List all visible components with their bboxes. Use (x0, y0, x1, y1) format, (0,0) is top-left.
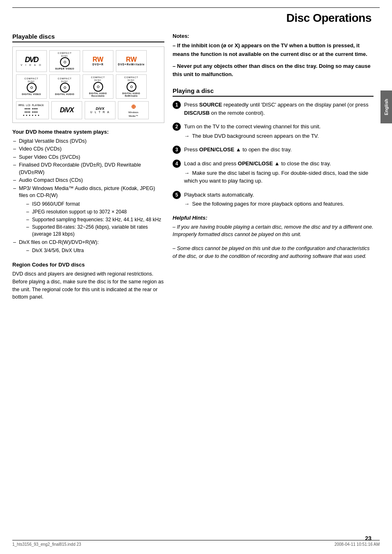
cd-digital-audio-rec-logo: COMPACTDISC DIGITAL AUDIORecordable (83, 74, 113, 98)
disc-logo-row-3: MPEG LCD PLAYBACK ▪▪▪▪ ▪▪▪▪ ▪▪▪▪ ▪▪▪▪ ▪ … (16, 101, 161, 119)
step-4-content: Load a disc and press OPEN/CLOSE ▲ to cl… (184, 160, 374, 185)
hints-text-2: – Some discs cannot be played on this un… (173, 245, 374, 260)
playing-section: Playing a disc 1 Press SOURCE repeatedly… (173, 87, 374, 208)
step-5-arrow: → See the following pages for more playb… (184, 200, 374, 208)
right-column: Notes: – If the inhibit icon (ø or X) ap… (173, 33, 374, 533)
divx-ultra-logo: DiVX U L T R A (85, 101, 115, 119)
playing-section-header: Playing a disc (173, 87, 374, 97)
page-title: Disc Operations (286, 12, 371, 25)
left-column: Playable discs DVD V I D E O COMPACTDISC (12, 33, 164, 533)
notes-text-1: – If the inhibit icon (ø or X) appears o… (173, 42, 374, 59)
disc-ring-cdrw (127, 82, 136, 92)
notes-section: Notes: – If the inhibit icon (ø or X) ap… (173, 33, 374, 79)
list-item: Super Video CDs (SVCDs) (12, 153, 164, 162)
plays-list: Digital Versatile Discs (DVDs) Video CDs… (12, 137, 164, 255)
step-5-content: Playback starts automatically. → See the… (184, 191, 374, 208)
notes-title: Notes: (173, 33, 374, 39)
divx-logo: DiVX (51, 101, 82, 119)
hints-section: Helpful Hints: – If you are having troub… (173, 215, 374, 260)
dvd-video-logo: DVD V I D E O (16, 50, 47, 72)
cd-digital-audio-logo: COMPACTDISC DIGITAL AUDIO (49, 74, 80, 98)
step-2-arrow: → The blue DVD background screen appears… (184, 132, 374, 140)
date-info: 2008-04-11 10:51:16 AM (334, 542, 380, 547)
plays-section: Your DVD home theatre system plays: Digi… (12, 129, 164, 255)
disc-logos-container: DVD V I D E O COMPACTDISC SUPER VIDEO (12, 46, 164, 123)
steps-list: 1 Press SOURCE repeatedly until 'DISC' a… (173, 101, 374, 208)
list-item: Supported Bit-rates: 32~256 (kbps), vari… (25, 223, 164, 238)
list-item: ISO 9660/UDF format (25, 200, 164, 208)
list-item: MP3/ Windows Media™ Audio discs, picture… (12, 185, 164, 239)
language-tab: English (380, 90, 392, 123)
disc-ring-cdar (93, 82, 103, 92)
list-item: JPEG resolution support up to 3072 × 204… (25, 208, 164, 216)
rw-dvdplusr-logo: RW DVD+R (83, 50, 113, 72)
step-4: 4 Load a disc and press OPEN/CLOSE ▲ to … (173, 160, 374, 185)
step-number-1: 1 (173, 101, 181, 109)
disc-logo-row-1: DVD V I D E O COMPACTDISC SUPER VIDEO (16, 50, 161, 72)
mpeg-playback-logo: MPEG LCD PLAYBACK ▪▪▪▪ ▪▪▪▪ ▪▪▪▪ ▪▪▪▪ ▪ … (16, 101, 49, 119)
step-number-2: 2 (173, 123, 181, 131)
hints-text-1: – If you are having trouble playing a ce… (173, 223, 374, 239)
step-number-3: 3 (173, 146, 181, 154)
region-codes-section: Region Codes for DVD discs DVD discs and… (12, 262, 164, 301)
step-2: 2 Turn on the TV to the correct viewing … (173, 123, 374, 140)
list-item: DivX files on CD-R(W)/DVD+R(W): DivX 3/4… (12, 239, 164, 255)
hints-title: Helpful Hints: (173, 215, 374, 221)
list-item: Supported sampling frequencies: 32 kHz, … (25, 216, 164, 224)
page-container: Disc Operations English Playable discs D… (0, 0, 392, 554)
step-4-arrow: → Make sure the disc label is facing up.… (184, 169, 374, 185)
disc-ring-cda (60, 83, 70, 93)
region-title: Region Codes for DVD discs (12, 262, 164, 268)
step-3-content: Press OPEN/CLOSE ▲ to open the disc tray… (184, 146, 374, 154)
step-1: 1 Press SOURCE repeatedly until 'DISC' a… (173, 101, 374, 117)
step-3: 3 Press OPEN/CLOSE ▲ to open the disc tr… (173, 146, 374, 154)
main-content: Playable discs DVD V I D E O COMPACTDISC (12, 33, 374, 533)
sub-list: ISO 9660/UDF format JPEG resolution supp… (19, 200, 164, 238)
windows-media-logo: ⊕ Windows Media™ (118, 101, 149, 119)
step-number-4: 4 (173, 160, 181, 168)
plays-title: Your DVD home theatre system plays: (12, 129, 164, 135)
step-number-5: 5 (173, 191, 181, 199)
disc-ring-cdv (27, 83, 37, 93)
list-item: Digital Versatile Discs (DVDs) (12, 137, 164, 146)
bottom-bar: 1_hts3156_93_eng2_final815.indd 23 2008-… (12, 540, 380, 547)
list-item: Finalised DVD Recordable (DVD±R), DVD Re… (12, 161, 164, 176)
list-item: DivX 3/4/5/6, DivX Ultra (25, 247, 164, 255)
svcd-logo: COMPACTDISC SUPER VIDEO (49, 50, 80, 72)
cd-digital-audio-rw-logo: COMPACTDISC DIGITAL AUDIOReWritable (116, 74, 147, 98)
sub-list-divx: DivX 3/4/5/6, DivX Ultra (19, 247, 164, 255)
notes-text-2: – Never put any objects other than discs… (173, 62, 374, 79)
list-item: Audio Compact Discs (CDs) (12, 176, 164, 185)
playable-discs-header: Playable discs (12, 33, 164, 42)
rw-dvd-rewritable-logo: RW DVD+ReWritable (116, 50, 147, 72)
step-1-content: Press SOURCE repeatedly until 'DISC' app… (184, 101, 374, 117)
top-border (12, 7, 380, 8)
disc-ring-svcd (60, 57, 70, 67)
page-title-area: Disc Operations (286, 12, 371, 25)
region-text: DVD discs and players are designed with … (12, 270, 164, 301)
disc-logo-row-2: COMPACTDISC DIGITAL VIDEO COMPACTDISC DI… (16, 74, 161, 98)
step-2-content: Turn on the TV to the correct viewing ch… (184, 123, 374, 140)
list-item: Video CDs (VCDs) (12, 145, 164, 153)
cd-digital-video-logo: COMPACTDISC DIGITAL VIDEO (16, 74, 47, 98)
file-info: 1_hts3156_93_eng2_final815.indd 23 (12, 542, 81, 547)
step-5: 5 Playback starts automatically. → See t… (173, 191, 374, 208)
